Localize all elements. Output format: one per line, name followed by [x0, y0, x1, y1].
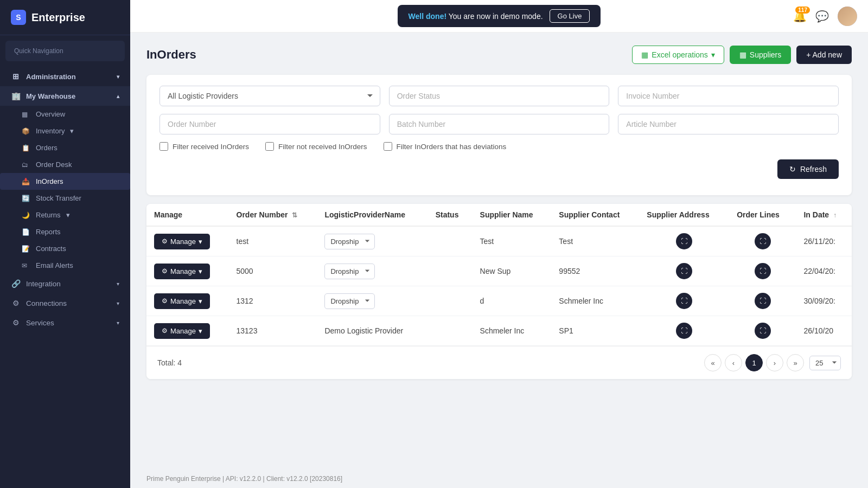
- order-lines-cell: ⛶: [729, 316, 796, 346]
- supplier-address-expand-button[interactable]: ⛶: [676, 233, 692, 249]
- in-date-cell: 30/09/20:: [796, 286, 852, 316]
- page-size-select[interactable]: 10 25 50 100: [809, 356, 841, 370]
- filter-received-checkbox[interactable]: Filter received InOrders: [159, 142, 249, 151]
- manage-button[interactable]: ⚙ Manage ▾: [154, 293, 210, 309]
- sidebar-item-inorders[interactable]: 📥 InOrders: [0, 173, 130, 190]
- excel-operations-button[interactable]: ▦ Excel operations ▾: [632, 46, 724, 64]
- sidebar-item-services[interactable]: ⚙ Services ▾: [0, 313, 130, 332]
- demo-banner: Well done! You are now in demo mode. Go …: [398, 5, 601, 27]
- refresh-row: ↻ Refresh: [159, 159, 839, 179]
- status-cell: [428, 286, 473, 316]
- sidebar-item-order-desk[interactable]: 🗂 Order Desk: [0, 156, 130, 173]
- order-lines-expand-button[interactable]: ⛶: [755, 293, 771, 309]
- sidebar-item-my-warehouse[interactable]: 🏢 My Warehouse ▴: [0, 86, 130, 106]
- go-live-button[interactable]: Go Live: [550, 9, 590, 23]
- reports-icon: 📄: [22, 228, 30, 236]
- sidebar-item-contracts[interactable]: 📝 Contracts: [0, 240, 130, 257]
- sidebar-item-label: Order Desk: [36, 160, 72, 169]
- invoice-number-input[interactable]: [618, 86, 839, 106]
- manage-button[interactable]: ⚙ Manage ▾: [154, 234, 210, 249]
- chevron-down-icon: ▾: [66, 211, 70, 219]
- order-status-input[interactable]: [389, 86, 610, 106]
- quick-navigation[interactable]: Quick Navigation: [5, 41, 125, 61]
- row-logistic-select[interactable]: Dropship: [324, 234, 375, 249]
- chevron-down-icon: ▾: [117, 74, 119, 80]
- gear-icon: ⚙: [162, 327, 168, 335]
- chevron-up-icon: ▴: [117, 93, 119, 99]
- order-lines-expand-button[interactable]: ⛶: [755, 263, 771, 279]
- first-page-button[interactable]: «: [704, 354, 722, 371]
- refresh-button[interactable]: ↻ Refresh: [777, 159, 839, 179]
- sidebar-item-label: Services: [26, 319, 54, 327]
- sidebar-item-inventory[interactable]: 📦 Inventory ▾: [0, 123, 130, 139]
- sidebar-item-stock-transfer[interactable]: 🔄 Stock Transfer: [0, 190, 130, 207]
- table: Manage Order Number ⇅ LogisticProviderNa…: [146, 204, 852, 346]
- last-page-button[interactable]: »: [787, 354, 804, 371]
- email-icon: ✉: [22, 262, 30, 269]
- sidebar-item-label: Stock Transfer: [36, 194, 81, 202]
- filter-row-1: All Logistic Providers: [159, 86, 839, 106]
- avatar[interactable]: [838, 7, 857, 26]
- chat-icon[interactable]: 💬: [815, 10, 829, 23]
- supplier-address-expand-button[interactable]: ⛶: [676, 293, 692, 309]
- warehouse-icon: 🏢: [11, 92, 21, 100]
- filter-card: All Logistic Providers Filter received I…: [146, 75, 852, 195]
- connections-icon: ⚙: [11, 299, 21, 307]
- filter-not-received-checkbox[interactable]: Filter not received InOrders: [265, 142, 367, 151]
- row-logistic-select[interactable]: Dropship: [324, 293, 375, 309]
- col-supplier-address: Supplier Address: [639, 204, 729, 226]
- col-in-date[interactable]: In Date ↑: [796, 204, 852, 226]
- sidebar-item-reports[interactable]: 📄 Reports: [0, 223, 130, 240]
- article-number-input[interactable]: [618, 114, 839, 134]
- filter-row-2: [159, 114, 839, 134]
- sidebar-item-email-alerts[interactable]: ✉ Email Alerts: [0, 257, 130, 274]
- sidebar-item-label: Email Alerts: [36, 261, 73, 269]
- contracts-icon: 📝: [22, 245, 30, 253]
- sidebar-item-returns[interactable]: 🌙 Returns ▾: [0, 207, 130, 223]
- gear-icon: ⚙: [162, 297, 168, 305]
- dropdown-chevron-icon: ▾: [199, 267, 202, 275]
- notification-badge: 117: [795, 7, 810, 14]
- row-logistic-select[interactable]: Dropship: [324, 264, 375, 279]
- supplier-address-cell: ⛶: [639, 286, 729, 316]
- manage-button[interactable]: ⚙ Manage ▾: [154, 264, 210, 279]
- next-page-button[interactable]: ›: [766, 354, 783, 371]
- add-new-button[interactable]: + Add new: [796, 46, 852, 64]
- prev-page-button[interactable]: ‹: [725, 354, 742, 371]
- status-cell: [428, 316, 473, 346]
- sidebar-item-integration[interactable]: 🔗 Integration ▾: [0, 274, 130, 293]
- filter-deviations-checkbox[interactable]: Filter InOrders that has deviations: [384, 142, 507, 151]
- sidebar-item-label: InOrders: [36, 177, 63, 185]
- batch-number-input[interactable]: [389, 114, 610, 134]
- sidebar-item-connections[interactable]: ⚙ Connections ▾: [0, 293, 130, 313]
- sidebar-item-administration[interactable]: ⊞ Administration ▾: [0, 67, 130, 86]
- order-number-input[interactable]: [159, 114, 380, 134]
- main-area: Well done! You are now in demo mode. Go …: [130, 0, 868, 488]
- sidebar-item-label: Returns: [36, 211, 61, 219]
- col-order-number[interactable]: Order Number ⇅: [229, 204, 317, 226]
- sidebar-item-overview[interactable]: ▦ Overview: [0, 106, 130, 123]
- order-lines-cell: ⛶: [729, 256, 796, 286]
- notification-bell[interactable]: 🔔 117: [793, 10, 807, 23]
- manage-button[interactable]: ⚙ Manage ▾: [154, 323, 210, 339]
- sidebar-item-label: Reports: [36, 228, 61, 236]
- integration-icon: 🔗: [11, 279, 21, 288]
- inorders-table: Manage Order Number ⇅ LogisticProviderNa…: [146, 204, 852, 379]
- col-supplier-name: Supplier Name: [473, 204, 552, 226]
- logo-icon: S: [11, 10, 26, 25]
- order-lines-expand-button[interactable]: ⛶: [755, 233, 771, 249]
- supplier-address-expand-button[interactable]: ⛶: [676, 323, 692, 339]
- order-lines-expand-button[interactable]: ⛶: [755, 323, 771, 339]
- supplier-address-expand-button[interactable]: ⛶: [676, 263, 692, 279]
- sidebar-item-orders[interactable]: 📋 Orders: [0, 139, 130, 156]
- supplier-address-cell: ⛶: [639, 316, 729, 346]
- grid-icon: ⊞: [11, 72, 21, 81]
- logistic-provider-select[interactable]: All Logistic Providers: [159, 86, 380, 106]
- supplier-name-cell: Schmeler Inc: [473, 316, 552, 346]
- dropdown-chevron-icon: ▾: [199, 237, 202, 246]
- status-cell: [428, 256, 473, 286]
- page-1-button[interactable]: 1: [745, 354, 763, 371]
- col-order-lines: Order Lines: [729, 204, 796, 226]
- suppliers-button[interactable]: ▦ Suppliers: [730, 46, 791, 64]
- sidebar: S Enterprise Quick Navigation ⊞ Administ…: [0, 0, 130, 488]
